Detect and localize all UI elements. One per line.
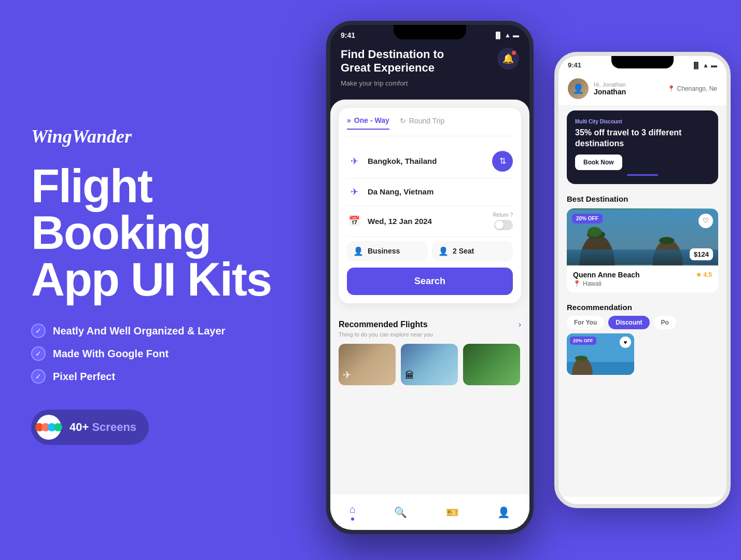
plane-takeoff-icon: ✈ — [347, 154, 361, 169]
class-value: Business — [368, 247, 400, 255]
svg-point-10 — [575, 356, 588, 361]
nav-search[interactable]: 🔍 — [394, 506, 407, 519]
nav-profile[interactable]: 👤 — [497, 506, 510, 519]
second-signal-icon: ▐▌ — [692, 62, 701, 69]
best-destination-section: Best Destination — [558, 189, 726, 298]
home-icon: ⌂ — [349, 503, 356, 515]
return-toggle: Return ? — [493, 212, 513, 230]
feature-text-1: Neatly And Well Organized & Layer — [53, 325, 225, 337]
status-icons: ▐▌ ▲ ▬ — [494, 32, 519, 39]
rec-off-badge: 20% OFF — [570, 337, 596, 345]
header-subtitle: Make your trip comfort — [341, 79, 519, 87]
seat-value: 2 Seat — [453, 247, 474, 255]
nav-tickets[interactable]: 🎫 — [446, 506, 459, 519]
profile-icon: 👤 — [497, 506, 510, 519]
round-trip-label: Round Trip — [409, 117, 444, 125]
wifi-icon: ▲ — [505, 32, 511, 39]
see-more-arrow[interactable]: › — [519, 320, 521, 329]
second-phone-content: 👤 Hi, Jonathan Jonathan 📍 Chenango, Ne M… — [558, 72, 726, 497]
notification-button[interactable]: 🔔 — [497, 48, 519, 69]
recommendation-section: Recommendation For You Discount Po — [558, 298, 726, 380]
one-way-label: One - Way — [354, 116, 389, 124]
nav-active-dot — [351, 517, 354, 521]
date-value[interactable]: Wed, 12 Jan 2024 — [368, 217, 487, 226]
swap-button[interactable]: ⇅ — [492, 151, 513, 172]
rec-card-1-image: 20% OFF ♥ — [567, 333, 634, 375]
search-button[interactable]: Search — [347, 268, 513, 295]
screens-count: 40+ Screens — [69, 421, 136, 434]
round-trip-icon: ↻ — [400, 117, 406, 125]
nav-home[interactable]: ⌂ — [349, 503, 356, 521]
rec-filter-tabs: For You Discount Po — [567, 316, 718, 329]
check-icon-1: ✓ — [31, 324, 46, 338]
svg-point-4 — [652, 239, 682, 265]
off-badge: 20% OFF — [572, 214, 603, 223]
book-now-button[interactable]: Book Now — [575, 155, 622, 170]
tab-one-way[interactable]: » One - Way — [347, 116, 389, 130]
second-time: 9:41 — [568, 61, 581, 69]
second-phone-notch — [611, 56, 674, 68]
user-info: Hi, Jonathan Jonathan — [594, 81, 662, 96]
user-avatar: 👤 — [568, 78, 589, 99]
svg-point-3 — [588, 227, 602, 236]
best-dest-title: Best Destination — [567, 194, 718, 203]
phone-header: Find Destination to Great Experience 🔔 M… — [330, 44, 529, 100]
location-icon: 📍 — [573, 280, 581, 287]
rec-image-2[interactable] — [401, 344, 458, 385]
rec-tab-discount[interactable]: Discount — [608, 316, 649, 329]
second-status-icons: ▐▌ ▲ ▬ — [692, 62, 717, 69]
rec-tab-for-you[interactable]: For You — [567, 316, 604, 329]
left-panel: WingWander Flight Booking App UI Kits ✓ … — [31, 0, 301, 560]
toggle-thumb — [495, 221, 504, 229]
rec-title: Recommendation — [567, 303, 718, 312]
plane-landing-icon: ✈ — [347, 185, 361, 199]
discount-title: 35% off travel to 3 different destinatio… — [575, 128, 710, 149]
dest-card-image: 20% OFF ♡ $124 — [567, 208, 718, 265]
rec-cards-row: 20% OFF ♥ — [567, 333, 718, 375]
trip-tabs: » One - Way ↻ Round Trip — [347, 116, 513, 136]
header-top: Find Destination to Great Experience 🔔 — [341, 48, 519, 75]
feature-text-2: Made With Google Font — [53, 348, 169, 360]
header-title: Find Destination to Great Experience — [341, 48, 465, 75]
seat-icon: 👤 — [438, 246, 449, 256]
from-value[interactable]: Bangkok, Thailand — [368, 157, 486, 165]
return-toggle-track[interactable] — [494, 220, 513, 230]
check-icon-3: ✓ — [31, 369, 46, 384]
dest-location: 📍 Hawaii — [573, 280, 712, 287]
search-nav-icon: 🔍 — [394, 506, 407, 519]
user-header: 👤 Hi, Jonathan Jonathan 📍 Chenango, Ne — [558, 72, 726, 105]
main-phone: 9:41 ▐▌ ▲ ▬ Find Destination to Great Ex… — [326, 21, 534, 534]
dest-info: Quenn Anne Beach ★ 4.5 📍 Hawaii — [567, 265, 718, 292]
price-badge: $124 — [690, 248, 713, 260]
date-field-row: 📅 Wed, 12 Jan 2024 Return ? — [347, 206, 513, 237]
signal-icon: ▐▌ — [494, 32, 502, 39]
rec-heart-icon[interactable]: ♥ — [620, 337, 631, 348]
dest-name: Quenn Anne Beach — [573, 271, 640, 279]
tab-round-trip[interactable]: ↻ Round Trip — [400, 116, 444, 130]
heart-icon[interactable]: ♡ — [698, 214, 713, 228]
one-way-icon: » — [347, 116, 351, 124]
bottom-nav: ⌂ 🔍 🎫 👤 — [330, 494, 529, 530]
rec-image-1[interactable] — [339, 344, 396, 385]
to-value[interactable]: Da Nang, Vietnam — [368, 187, 513, 196]
dest-rating: ★ 4.5 — [696, 271, 712, 278]
booking-card: » One - Way ↻ Round Trip ✈ Bangkok, Thai… — [339, 108, 521, 303]
rec-card-1[interactable]: 20% OFF ♥ — [567, 333, 634, 375]
time-display: 9:41 — [341, 31, 355, 39]
seat-field[interactable]: 👤 2 Seat — [432, 241, 513, 261]
rec-tab-popular[interactable]: Po — [654, 316, 676, 329]
second-phone: 9:41 ▐▌ ▲ ▬ 👤 Hi, Jonathan Jonathan 📍 Ch… — [554, 52, 731, 508]
calendar-icon: 📅 — [347, 214, 361, 228]
recommended-images — [339, 344, 521, 385]
rec-image-3[interactable] — [463, 344, 520, 385]
divider-line — [627, 174, 658, 176]
discount-card: Multi City Discount 35% off travel to 3 … — [567, 110, 718, 184]
user-greeting: Hi, Jonathan — [594, 81, 662, 88]
class-field[interactable]: 👤 Business — [347, 241, 428, 261]
discount-tag: Multi City Discount — [575, 119, 710, 124]
screens-badge: 40+ Screens — [31, 410, 149, 445]
destination-card[interactable]: 20% OFF ♡ $124 Quenn Anne Beach ★ 4.5 📍 — [567, 208, 718, 292]
recommended-section: Recommended Flights › Thing to do you ca… — [330, 312, 529, 385]
class-seat-row: 👤 Business 👤 2 Seat — [347, 237, 513, 265]
section-header: Recommended Flights › — [339, 320, 521, 329]
